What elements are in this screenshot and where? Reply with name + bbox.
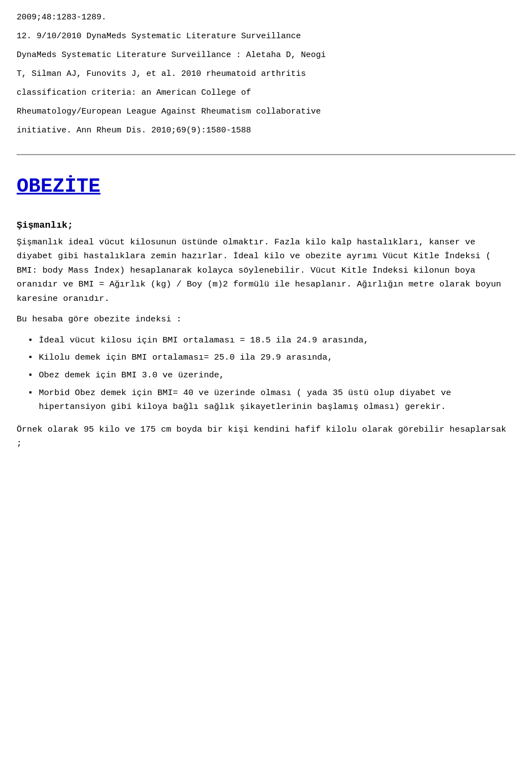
body-paragraph-1: Şişmanlık ideal vücut kilosunun üstünde … xyxy=(17,235,515,306)
bullet-item-1: İdeal vücut kilosu için BMI ortalaması =… xyxy=(28,334,515,348)
page-content: 2009;48:1283-1289. 12. 9/10/2010 DynaMed… xyxy=(17,11,515,451)
ref-line-1: 2009;48:1283-1289. xyxy=(17,11,515,24)
body-paragraph-2: Bu hesaba göre obezite indeksi : xyxy=(17,313,515,327)
reference-block: 2009;48:1283-1289. 12. 9/10/2010 DynaMed… xyxy=(17,11,515,137)
section-title: OBEZİTE xyxy=(17,172,515,202)
bullet-item-2: Kilolu demek için BMI ortalaması= 25.0 i… xyxy=(28,351,515,365)
bullet-item-4: Morbid Obez demek için BMI= 40 ve üzerin… xyxy=(28,386,515,414)
ref-line-4: T, Silman AJ, Funovits J, et al. 2010 rh… xyxy=(17,68,515,81)
ref-line-2: 12. 9/10/2010 DynaMeds Systematic Litera… xyxy=(17,30,515,43)
subsection-heading: Şişmanlık; xyxy=(17,218,515,233)
ref-line-7: initiative. Ann Rheum Dis. 2010;69(9):15… xyxy=(17,124,515,137)
bullet-item-3: Obez demek için BMI 3.0 ve üzerinde, xyxy=(28,368,515,383)
body-paragraph-3: Örnek olarak 95 kilo ve 175 cm boyda bir… xyxy=(17,423,515,451)
obesity-index-list: İdeal vücut kilosu için BMI ortalaması =… xyxy=(28,334,515,414)
ref-line-5: classification criteria: an American Col… xyxy=(17,86,515,100)
section-divider xyxy=(17,154,515,155)
ref-line-3: DynaMeds Systematic Literature Surveilla… xyxy=(17,49,515,62)
ref-line-6: Rheumatology/European League Against Rhe… xyxy=(17,105,515,119)
